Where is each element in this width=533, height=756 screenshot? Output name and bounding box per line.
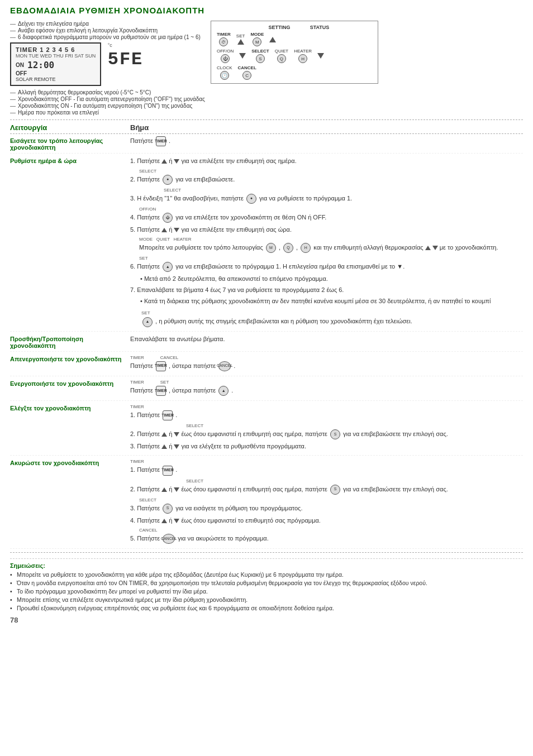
panel-row-2: OFF/ON ⏻ SELECT S QUIET Q HEATER H [217,49,372,63]
cancel-icon-2: CANCEL [163,534,175,544]
bhma-elegxos: TIMER 1. Πατήστε TIMER . SELECT 2. Πατήσ… [130,404,523,453]
tri-down-5 [174,444,179,449]
tri-up-2 [161,228,167,232]
panel-row-1: TIMER ⏱ SET MODE M [217,32,372,46]
tri-up-4 [161,432,167,437]
leit-akyrosi: Ακυρώστε τον χρονοδιακόπτη [10,458,130,546]
section-akyrosi: Ακυρώστε τον χρονοδιακόπτη TIMER 1. Πατή… [10,458,523,549]
set-icon-3: ▲ [218,386,229,396]
section-apenergopoiisi: Απενεργοποιήστε τον χρονοδιακόπτη TIMER … [10,355,523,376]
leit-eisagoge: Εισάγετε τον τρόπο λειτουργίας χρονοδιακ… [10,136,130,151]
timer-icon-4: TIMER [163,410,173,420]
section-energopoiisi: Ενεργοποιήστε τον χρονοδιακόπτη TIMER SE… [10,379,523,401]
bhma-apenergopoiisi: TIMER CANCEL Πατήστε TIMER , ύστερα πατή… [130,355,523,374]
tri-up-1 [161,159,167,164]
timer-icon-2: TIMER [156,361,166,371]
note-item-5: Προωθεί εξοικονόμηση ενέργειας επιτρέπον… [10,605,523,611]
leit-energopoiisi: Ενεργοποιήστε τον χρονοδιακόπτη [10,379,130,398]
note-item-1: Μπορείτε να ρυθμίσετε το χρονοδιακόπτη γ… [10,571,523,578]
quiet-icon: Q [283,243,293,253]
panel-row-3: CLOCK 🕐 CANCEL C [217,65,372,80]
select-icon-1: ● [163,175,173,185]
set-icon-1: ▲ [163,262,173,272]
tri-up-5 [161,444,167,449]
cancel-icon-1: CANCEL [218,361,231,371]
select-icon-2: ● [246,194,256,204]
th-leitourgia: Λειτουργία [10,123,130,132]
control-panel-diagram: SETTING STATUS TIMER ⏱ SET MODE M [211,21,523,116]
section-eisagoge: Εισάγετε τον τρόπο λειτουργίας χρονοδιακ… [10,136,523,154]
note-item-4: Μπορείτε επίσης να επιλέξετε συγκεντρωτι… [10,596,523,603]
lcd-5fe: °c 5FE [108,42,144,70]
tri-down-2 [174,228,179,232]
tri-down-1 [174,159,179,164]
timer-icon-1: TIMER [156,136,166,146]
bhma-akyrosi: TIMER 1. Πατήστε TIMER . SELECT 2. Πατήσ… [130,458,523,546]
tri-down-4 [174,432,179,437]
offon-icon-1: ⏻ [163,213,173,223]
tri-up-6 [161,487,167,492]
notes-section: Σημειώσεις: Μπορείτε να ρυθμίσετε το χρο… [10,558,523,611]
tri-down-6 [174,487,179,492]
select-icon-5: S [163,504,173,514]
heater-icon: H [301,243,311,253]
note-item-2: Όταν η μονάδα ενεργοποιείται από τον ON … [10,580,523,586]
top-section: — Δείχνει την επιλεγείσα ημέρα — Ανάβει … [10,21,523,116]
notes-divider [10,552,523,553]
leit-apenergopoiisi: Απενεργοποιήστε τον χρονοδιακόπτη [10,355,130,374]
panel-box: SETTING STATUS TIMER ⏱ SET MODE M [211,21,378,84]
note-item-3: Το ίδιο πρόγραμμα χρονοδιακόπτη δεν μπορ… [10,588,523,595]
set-icon-2: ▲ [142,317,153,327]
tri-up-3 [425,246,431,250]
timer-icon-3: TIMER [156,386,166,396]
tri-down-3 [432,246,438,250]
notes-list: Μπορείτε να ρυθμίσετε το χρονοδιακόπτη γ… [10,571,523,611]
section-rythmisi: Ρυθμίστε ημέρα & ώρα 1. Πατήστε ή για να… [10,156,523,332]
th-bhma: Βήμα [130,123,149,132]
bhma-energopoiisi: TIMER SET Πατήστε TIMER , ύστερα πατήστε… [130,379,523,398]
section-elegxos: Ελέγξτε τον χρονοδιακόπτη TIMER 1. Πατήσ… [10,404,523,456]
tri-down-7 [174,519,179,523]
arrow-labels-bottom: — Αλλαγή θερμότητας θερμοκρασίας νερού (… [10,89,205,116]
page-number: 78 [10,616,523,624]
divider-1 [10,119,523,120]
notes-title: Σημειώσεις: [10,562,523,569]
timer-icon-5: TIMER [163,466,173,476]
page-title: ΕΒΔΟΜΑΔΙΑΙΑ ΡΥΘΜΙΣΗ ΧΡΟΝΟΔΙΑΚΟΠΤΗ [10,6,523,15]
tri-up-7 [161,519,167,523]
bhma-prosthiki: Επαναλάβατε τα ανωτέρω βήματα. [130,334,523,349]
table-header: Λειτουργία Βήμα [10,123,523,134]
leit-elegxos: Ελέγξτε τον χρονοδιακόπτη [10,404,130,453]
timer-display-box: TIMER 1 2 3 4 5 6 MON TUE WED THU FRI SA… [10,42,101,86]
panel-top-labels: SETTING STATUS [217,25,372,30]
diagram-left: — Δείχνει την επιλεγείσα ημέρα — Ανάβει … [10,21,205,116]
bhma-eisagoge: Πατήστε TIMER . [130,136,523,151]
bhma-rythmisi: 1. Πατήστε ή για να επιλέξετε την επιθυμ… [130,156,523,329]
select-icon-3: S [330,429,340,439]
arrow-labels-top: — Δείχνει την επιλεγείσα ημέρα — Ανάβει … [10,21,205,40]
section-prosthiki: Προσθήκη/Τροποποίηση χρονοδιακόπτη Επανα… [10,334,523,352]
leit-rythmisi: Ρυθμίστε ημέρα & ώρα [10,156,130,329]
leit-prosthiki: Προσθήκη/Τροποποίηση χρονοδιακόπτη [10,334,130,349]
mode-icon: M [266,243,276,253]
select-icon-4: S [330,485,340,495]
